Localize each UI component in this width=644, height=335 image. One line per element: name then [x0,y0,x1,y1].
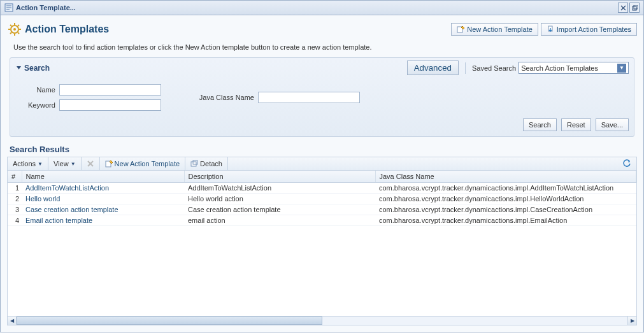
template-link[interactable]: Email action template [25,217,92,224]
search-button[interactable]: Search [523,118,557,131]
template-link[interactable]: Hello world [25,195,60,203]
row-desc: Hello world action [184,194,375,204]
row-class: com.bharosa.vcrypt.tracker.dynamicaction… [375,194,636,204]
detach-button[interactable]: Detach [185,157,228,170]
saved-search-label: Saved Search [472,64,516,72]
svg-line-11 [10,32,11,34]
class-name-input[interactable] [258,92,360,103]
svg-line-10 [18,32,19,34]
search-fields: Name Keyword Java Class Name [15,78,629,115]
svg-line-9 [10,25,11,26]
window-title: Action Template... [16,4,76,11]
search-actions: Search Reset Save... [15,115,629,131]
search-title: Search [24,64,50,73]
svg-rect-2 [634,5,638,9]
template-link[interactable]: AddItemToWatchListAction [25,184,109,192]
name-label: Name [28,86,55,94]
reset-button[interactable]: Reset [561,118,591,131]
col-header-name[interactable]: Name [22,171,184,183]
page-title: Action Templates [7,22,109,37]
scroll-thumb[interactable] [17,317,322,325]
delete-icon [87,160,94,168]
scroll-right-arrow[interactable]: ▶ [627,317,636,325]
row-class: com.bharosa.vcrypt.tracker.dynamicaction… [375,215,636,226]
search-header: Search Advanced Saved Search Search Acti… [15,61,629,78]
titlebar: Action Template... [1,1,643,15]
template-link[interactable]: Case creation action template [25,206,118,213]
keyword-input[interactable] [59,99,161,111]
content-area: Action Templates New Action Template Imp… [1,15,643,332]
row-class: com.bharosa.vcrypt.tracker.dynamicaction… [375,204,636,215]
results-table-wrap: # Name Description Java Class Name 1AddI… [7,170,637,317]
results-table: # Name Description Java Class Name 1AddI… [8,171,636,226]
row-desc: AddItemToWatchListAction [184,183,375,194]
import-icon [547,25,554,33]
new-icon [105,160,113,168]
view-menu[interactable]: View▼ [48,157,82,170]
row-num: 4 [8,215,22,226]
col-header-class[interactable]: Java Class Name [375,171,636,183]
table-row[interactable]: 1AddItemToWatchListActionAddItemToWatchL… [8,183,636,194]
svg-rect-1 [633,6,636,10]
delete-button[interactable] [82,157,100,170]
row-num: 2 [8,194,22,204]
table-row[interactable]: 4Email action templateemail actioncom.bh… [8,215,636,226]
row-desc: email action [184,215,375,226]
new-action-template-button[interactable]: New Action Template [451,23,538,36]
refresh-button[interactable] [617,157,636,170]
svg-point-4 [13,28,16,31]
save-button[interactable]: Save... [596,118,629,131]
page-header: Action Templates New Action Template Imp… [7,19,637,43]
scroll-left-arrow[interactable]: ◀ [8,317,17,325]
chevron-down-icon: ▼ [617,64,626,73]
table-row[interactable]: 3Case creation action templateCase creat… [8,204,636,215]
svg-line-12 [18,25,19,26]
name-input[interactable] [59,84,161,96]
row-name: Case creation action template [22,204,184,215]
row-name: Email action template [22,215,184,226]
table-row[interactable]: 2Hello worldHello world actioncom.bharos… [8,194,636,204]
gear-icon [7,22,22,37]
horizontal-scrollbar[interactable]: ◀ ▶ [7,317,637,325]
instruction-text: Use the search tool to find action templ… [7,43,637,57]
col-header-desc[interactable]: Description [184,171,375,183]
import-action-templates-button[interactable]: Import Action Templates [541,23,637,36]
row-desc: Case creation action template [184,204,375,215]
class-name-label: Java Class Name [199,94,254,101]
row-name: Hello world [22,194,184,204]
actions-menu[interactable]: Actions▼ [8,157,48,170]
close-tab-button[interactable] [618,3,628,13]
col-header-num[interactable]: # [8,171,22,183]
app-icon [4,3,13,12]
row-class: com.bharosa.vcrypt.tracker.dynamicaction… [375,183,636,194]
new-icon [457,25,464,33]
toolbar-new-action-template[interactable]: New Action Template [100,157,186,170]
keyword-label: Keyword [28,101,55,109]
detach-icon [190,160,198,168]
restore-button[interactable] [629,3,640,13]
row-num: 1 [8,183,22,194]
scroll-track[interactable] [17,317,627,325]
saved-search-select[interactable]: Search Action Templates ▼ [519,62,629,74]
row-num: 3 [8,204,22,215]
collapse-icon[interactable] [15,65,22,71]
results-toolbar: Actions▼ View▼ New Action Template Detac… [7,157,637,170]
results-title: Search Results [7,137,637,157]
advanced-button[interactable]: Advanced [407,61,459,75]
divider [465,62,466,74]
window: Action Template... Action Templates New … [0,0,644,332]
search-panel: Search Advanced Saved Search Search Acti… [10,57,634,137]
row-name: AddItemToWatchListAction [22,183,184,194]
